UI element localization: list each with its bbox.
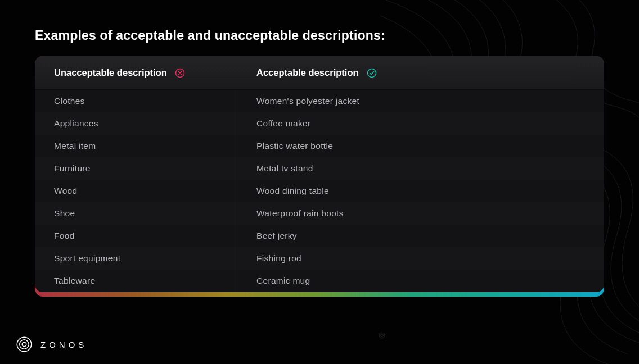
svg-point-3 xyxy=(20,340,29,349)
cell-acceptable: Wood dining table xyxy=(237,186,604,196)
table-row: WoodWood dining table xyxy=(35,180,604,202)
cell-unacceptable: Sport equipment xyxy=(35,247,237,270)
svg-point-5 xyxy=(379,333,385,338)
cell-unacceptable: Food xyxy=(35,225,237,247)
svg-point-6 xyxy=(381,334,384,337)
cell-unacceptable: Appliances xyxy=(35,112,237,135)
svg-point-4 xyxy=(22,342,26,347)
cell-acceptable: Plastic water bottle xyxy=(237,141,604,151)
table-row: ShoeWaterproof rain boots xyxy=(35,202,604,225)
cell-acceptable: Women's polyester jacket xyxy=(237,96,604,106)
svg-point-1 xyxy=(367,69,376,77)
accept-icon xyxy=(367,68,377,78)
table-row: Metal itemPlastic water bottle xyxy=(35,135,604,157)
cell-unacceptable: Furniture xyxy=(35,157,237,180)
cell-unacceptable: Metal item xyxy=(35,135,237,157)
header-acceptable-label: Acceptable description xyxy=(256,67,359,78)
brand-name: ZONOS xyxy=(40,340,87,349)
brand-logo: ZONOS xyxy=(16,336,87,353)
table-card: Unacceptable description Acceptable desc… xyxy=(35,56,604,297)
table-header-row: Unacceptable description Acceptable desc… xyxy=(35,56,604,90)
cell-acceptable: Metal tv stand xyxy=(237,163,604,174)
header-acceptable: Acceptable description xyxy=(237,67,604,78)
table-body: ClothesWomen's polyester jacketAppliance… xyxy=(35,90,604,292)
cell-unacceptable: Tableware xyxy=(35,270,237,292)
cell-acceptable: Fishing rod xyxy=(237,253,604,263)
zonos-mark-icon xyxy=(16,336,33,353)
table-row: Sport equipmentFishing rod xyxy=(35,247,604,270)
table-row: ClothesWomen's polyester jacket xyxy=(35,90,604,112)
cell-acceptable: Ceramic mug xyxy=(237,276,604,286)
cell-unacceptable: Wood xyxy=(35,180,237,202)
cell-acceptable: Beef jerky xyxy=(237,231,604,241)
mini-ring-icon xyxy=(378,331,386,339)
table-row: TablewareCeramic mug xyxy=(35,270,604,292)
header-unacceptable-label: Unacceptable description xyxy=(54,67,167,78)
header-unacceptable: Unacceptable description xyxy=(35,67,237,78)
cell-unacceptable: Clothes xyxy=(35,90,237,112)
cell-acceptable: Coffee maker xyxy=(237,119,604,129)
table-row: AppliancesCoffee maker xyxy=(35,112,604,135)
table-row: FurnitureMetal tv stand xyxy=(35,157,604,180)
reject-icon xyxy=(175,68,185,78)
table-row: FoodBeef jerky xyxy=(35,225,604,247)
cell-acceptable: Waterproof rain boots xyxy=(237,208,604,219)
cell-unacceptable: Shoe xyxy=(35,202,237,225)
page-title: Examples of acceptable and unacceptable … xyxy=(35,28,385,43)
